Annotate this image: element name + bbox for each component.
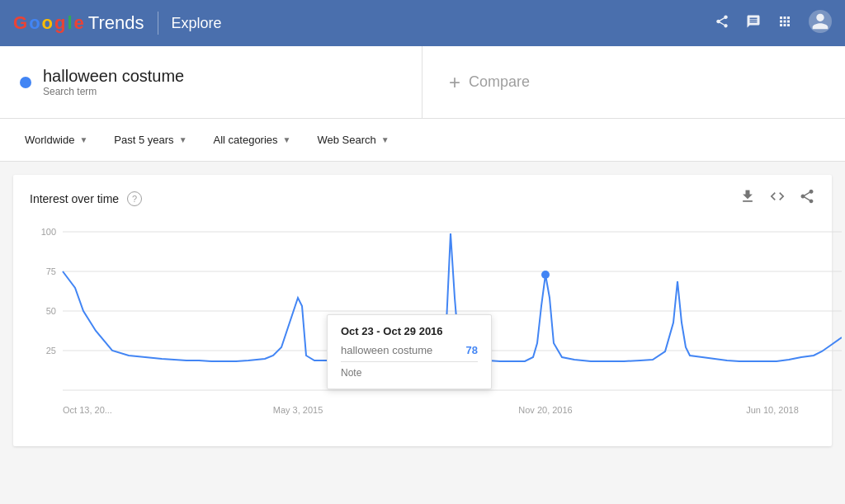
tooltip-value: 78 <box>466 344 478 356</box>
svg-text:Jun 10, 2018: Jun 10, 2018 <box>746 405 799 415</box>
chart-card: Interest over time ? <box>13 175 832 446</box>
search-type-filter-arrow: ▼ <box>381 135 389 144</box>
chart-wrapper: 100 75 50 25 Oct 13, 20... May 3, 2015 N… <box>13 215 832 446</box>
chart-actions <box>739 188 815 209</box>
category-filter[interactable]: All categories ▼ <box>202 127 303 153</box>
logo-trends: Trends <box>88 12 144 34</box>
share-icon[interactable] <box>715 14 729 32</box>
filters-bar: Worldwide ▼ Past 5 years ▼ All categorie… <box>0 119 845 162</box>
location-filter[interactable]: Worldwide ▼ <box>13 127 99 153</box>
tooltip-row: halloween costume 78 <box>341 344 478 356</box>
time-filter-label: Past 5 years <box>114 134 173 146</box>
download-icon[interactable] <box>739 188 756 209</box>
category-filter-arrow: ▼ <box>283 135 291 144</box>
account-icon[interactable] <box>809 10 832 36</box>
tooltip-term: halloween costume <box>341 344 432 356</box>
location-filter-arrow: ▼ <box>79 135 87 144</box>
logo-l: l <box>67 12 72 34</box>
chart-title: Interest over time <box>30 192 119 205</box>
explore-label: Explore <box>172 15 222 32</box>
google-trends-logo: Google Trends <box>13 12 144 34</box>
notifications-icon[interactable] <box>746 14 761 32</box>
header-divider <box>158 12 158 35</box>
location-filter-label: Worldwide <box>25 134 74 146</box>
logo-e: e <box>74 12 84 34</box>
search-type: Search term <box>43 86 184 97</box>
tooltip-note: Note <box>341 361 478 379</box>
tooltip-note-label: Note <box>341 367 361 379</box>
time-filter-arrow: ▼ <box>179 135 187 144</box>
header-icons <box>715 10 832 36</box>
category-filter-label: All categories <box>214 134 278 146</box>
svg-text:Oct 13, 20...: Oct 13, 20... <box>63 405 112 415</box>
search-area: halloween costume Search term + Compare <box>0 46 845 119</box>
svg-text:25: 25 <box>46 346 56 356</box>
logo-o1: o <box>29 12 40 34</box>
svg-text:Nov 20, 2016: Nov 20, 2016 <box>518 405 572 415</box>
main-content: Interest over time ? <box>0 162 845 459</box>
help-icon-label: ? <box>132 194 137 204</box>
tooltip-date: Oct 23 - Oct 29 2016 <box>341 325 478 337</box>
chart-header: Interest over time ? <box>13 175 832 215</box>
embed-icon[interactable] <box>769 188 786 209</box>
search-dot <box>20 77 31 88</box>
svg-text:75: 75 <box>46 266 56 276</box>
svg-text:50: 50 <box>46 306 56 316</box>
header-left: Google Trends Explore <box>13 12 222 35</box>
search-term: halloween costume <box>43 67 184 86</box>
search-type-filter[interactable]: Web Search ▼ <box>305 127 400 153</box>
chart-tooltip: Oct 23 - Oct 29 2016 halloween costume 7… <box>327 314 492 389</box>
compare-plus-icon: + <box>449 71 460 94</box>
logo-g: G <box>13 12 27 34</box>
logo-o2: o <box>42 12 53 34</box>
compare-label: Compare <box>469 73 530 91</box>
search-term-box: halloween costume Search term <box>0 46 422 119</box>
search-term-text: halloween costume Search term <box>43 67 184 97</box>
chart-title-area: Interest over time ? <box>30 191 142 206</box>
time-filter[interactable]: Past 5 years ▼ <box>102 127 198 153</box>
help-icon[interactable]: ? <box>127 191 142 206</box>
data-point <box>541 271 550 279</box>
compare-box[interactable]: + Compare <box>422 71 845 94</box>
header: Google Trends Explore <box>0 0 845 46</box>
share-chart-icon[interactable] <box>799 188 815 209</box>
logo-g2: g <box>54 12 65 34</box>
svg-text:May 3, 2015: May 3, 2015 <box>273 405 323 415</box>
apps-icon[interactable] <box>777 14 792 32</box>
svg-text:100: 100 <box>41 227 56 237</box>
search-type-filter-label: Web Search <box>317 134 375 146</box>
